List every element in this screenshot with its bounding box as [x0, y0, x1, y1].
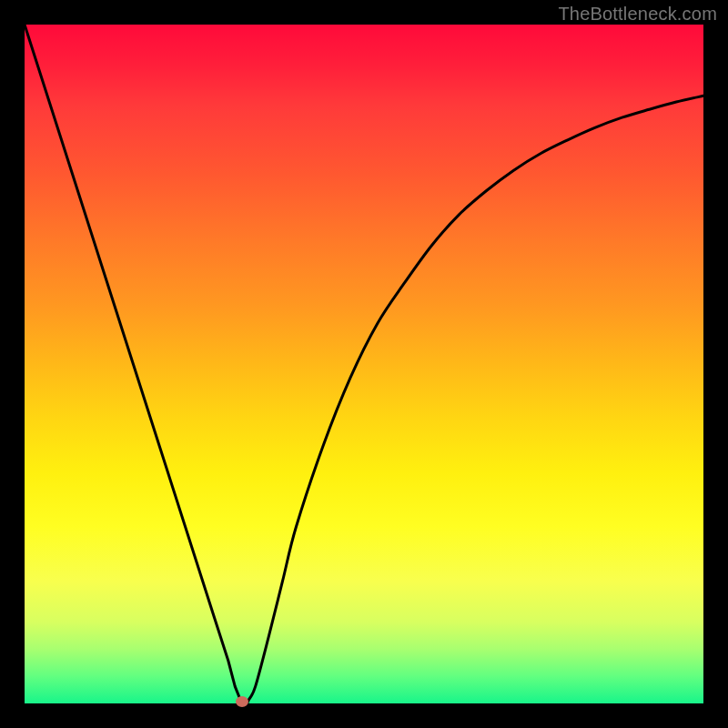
minimum-marker: [236, 696, 248, 707]
plot-area: [25, 25, 703, 703]
watermark-text: TheBottleneck.com: [558, 4, 717, 25]
bottleneck-curve: [25, 25, 703, 703]
chart-frame: TheBottleneck.com: [0, 0, 728, 728]
curve-path: [25, 25, 703, 703]
